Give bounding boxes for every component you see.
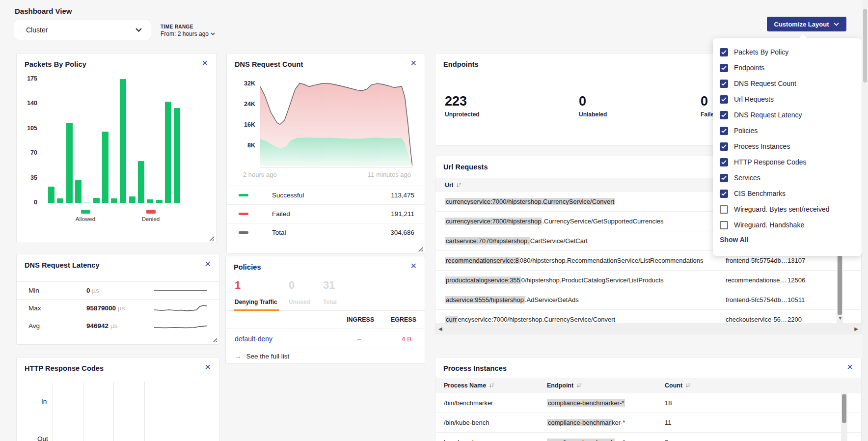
menu-item-endpoints[interactable]: Endpoints xyxy=(720,60,862,76)
endpoint-column-header[interactable]: Endpoint xyxy=(547,382,665,389)
menu-item-dns-request-latency[interactable]: DNS Request Latency xyxy=(720,107,862,123)
menu-item-wireguard-bytes-sent-received[interactable]: Wireguard. Bytes sent/received xyxy=(720,201,862,217)
menu-items: Packets By PolicyEndpointsDNS Request Co… xyxy=(720,44,862,233)
process-name-cell: benchmarker xyxy=(435,439,547,441)
bar xyxy=(75,180,81,203)
checked-checkbox[interactable] xyxy=(720,190,728,198)
y-axis-tick: 8K xyxy=(237,142,255,149)
scroll-right-arrow-icon[interactable]: ▶ xyxy=(854,326,858,331)
dns-area-chart: 32K24K16K8K2 hours ago11 minutes ago xyxy=(227,54,425,164)
menu-item-cis-benchmarks[interactable]: CIS Benchmarks xyxy=(720,186,862,201)
latency-unit: µs xyxy=(92,287,99,294)
vertical-scrollbar[interactable] xyxy=(841,393,847,441)
chevron-down-icon xyxy=(211,32,215,35)
menu-item-packets-by-policy[interactable]: Packets By Policy xyxy=(720,44,862,60)
latency-unit: µs xyxy=(118,304,125,312)
menu-item-label: Wireguard. Bytes sent/received xyxy=(734,205,830,213)
checked-checkbox[interactable] xyxy=(720,64,728,72)
tab-denying-traffic[interactable]: 1 Denying Traffic xyxy=(235,280,277,305)
scrollbar-thumb[interactable] xyxy=(842,394,846,423)
unchecked-checkbox[interactable] xyxy=(720,221,728,229)
gridline xyxy=(83,382,83,441)
checked-checkbox[interactable] xyxy=(720,127,728,135)
close-icon[interactable]: ✕ xyxy=(204,259,212,269)
legend-swatch xyxy=(239,194,248,196)
resize-grip[interactable] xyxy=(417,246,423,251)
dashboard-page: Dashboard View Cluster TIME RANGE From: … xyxy=(0,0,868,441)
http-response-codes-card: HTTP Response Codes ✕ InOut xyxy=(16,357,219,441)
customize-layout-button[interactable]: Customize Layout xyxy=(767,17,846,31)
resize-grip[interactable] xyxy=(212,337,217,342)
stat-unlabeled: 0Unlabeled xyxy=(579,95,607,118)
checked-checkbox[interactable] xyxy=(720,111,728,119)
view-scope-select[interactable]: Cluster xyxy=(14,20,151,40)
close-icon[interactable]: ✕ xyxy=(409,261,418,271)
arrow-right-icon: → xyxy=(235,353,242,360)
highlighted-text: productcatalogservice:355 xyxy=(445,276,521,284)
checked-checkbox[interactable] xyxy=(720,158,728,166)
sort-icon xyxy=(576,383,582,388)
chevron-down-icon xyxy=(834,23,839,26)
horizontal-scrollbar[interactable]: ◀ ▶ xyxy=(435,323,861,334)
stat-unprotected: 223Unprotected xyxy=(445,95,480,118)
menu-item-label: DNS Request Count xyxy=(734,80,796,87)
menu-item-process-instances[interactable]: Process Instances xyxy=(720,138,862,154)
stat-value: 223 xyxy=(445,95,480,108)
time-range-value[interactable]: From: 2 hours ago xyxy=(161,30,215,37)
scroll-left-arrow-icon[interactable]: ◀ xyxy=(438,326,442,331)
url-cell: productcatalogservice:3550/hipstershop.P… xyxy=(435,276,726,284)
menu-item-label: Process Instances xyxy=(734,142,790,150)
service-cell: recommendationse… xyxy=(726,276,787,284)
count-cell: 9 xyxy=(665,439,861,441)
latency-label: Avg xyxy=(28,322,86,330)
latency-rows: Min0 µsMax95879000 µsAvg946942 µs xyxy=(17,281,219,334)
menu-item-policies[interactable]: Policies xyxy=(720,123,862,138)
latency-unit: µs xyxy=(110,322,118,330)
time-range: TIME RANGE From: 2 hours ago xyxy=(161,24,215,37)
menu-item-wireguard-handshake[interactable]: Wireguard. Handshake xyxy=(720,217,862,233)
unchecked-checkbox[interactable] xyxy=(720,205,728,214)
tab-unused[interactable]: 0 Unused xyxy=(289,280,310,305)
url-cell: currencyservice:7000/hipstershop.Currenc… xyxy=(435,198,726,205)
page-scrollbar[interactable] xyxy=(862,0,868,441)
close-icon[interactable]: ✕ xyxy=(846,362,854,372)
url-rest: 080/hipstershop.RecommendationService/Li… xyxy=(520,257,704,264)
y-axis-tick: 140 xyxy=(23,100,37,107)
scrollbar-thumb[interactable] xyxy=(838,256,842,315)
gridline xyxy=(53,382,53,441)
policy-link[interactable]: default-deny xyxy=(235,335,272,343)
resize-grip[interactable] xyxy=(209,235,214,241)
process-name-cell: /bin/kube-bench xyxy=(435,419,547,426)
table-row: productcatalogservice:3550/hipstershop.P… xyxy=(435,271,861,290)
legend-swatch xyxy=(81,210,90,214)
menu-item-url-requests[interactable]: Url Requests xyxy=(720,91,862,107)
scrollbar-thumb[interactable] xyxy=(863,9,867,83)
tab-total[interactable]: 31 Total xyxy=(323,280,337,305)
card-title: Policies xyxy=(234,263,261,271)
legend-row-successful: Successful113,475 xyxy=(227,186,425,204)
menu-item-http-response-codes[interactable]: HTTP Response Codes xyxy=(720,154,862,170)
y-axis-tick: 24K xyxy=(237,101,255,108)
legend-value: 113,475 xyxy=(391,192,414,199)
checked-checkbox[interactable] xyxy=(720,80,728,88)
http-codes-chart: InOut xyxy=(17,358,219,441)
checked-checkbox[interactable] xyxy=(720,142,728,151)
menu-item-services[interactable]: Services xyxy=(720,170,862,186)
checked-checkbox[interactable] xyxy=(720,95,728,104)
gridline xyxy=(175,382,175,441)
see-full-list-link[interactable]: → See the full list xyxy=(235,353,289,360)
scroll-down-arrow-icon[interactable]: ▼ xyxy=(838,316,842,321)
url-column-header[interactable]: Url xyxy=(435,182,726,189)
show-all-link[interactable]: Show All xyxy=(720,236,749,244)
row-label-in: In xyxy=(41,398,47,405)
policy-egress-value: 4 B xyxy=(402,335,411,343)
menu-item-dns-request-count[interactable]: DNS Request Count xyxy=(720,76,862,91)
legend-value: 191,211 xyxy=(391,210,414,218)
checked-checkbox[interactable] xyxy=(720,48,728,56)
count-column-header[interactable]: Count xyxy=(665,382,861,389)
process-name-column-header[interactable]: Process Name xyxy=(435,382,547,389)
bar xyxy=(66,123,73,203)
endpoint-rest: er-* xyxy=(615,439,625,441)
checked-checkbox[interactable] xyxy=(720,174,728,182)
latency-value: 95879000 µs xyxy=(86,304,154,312)
